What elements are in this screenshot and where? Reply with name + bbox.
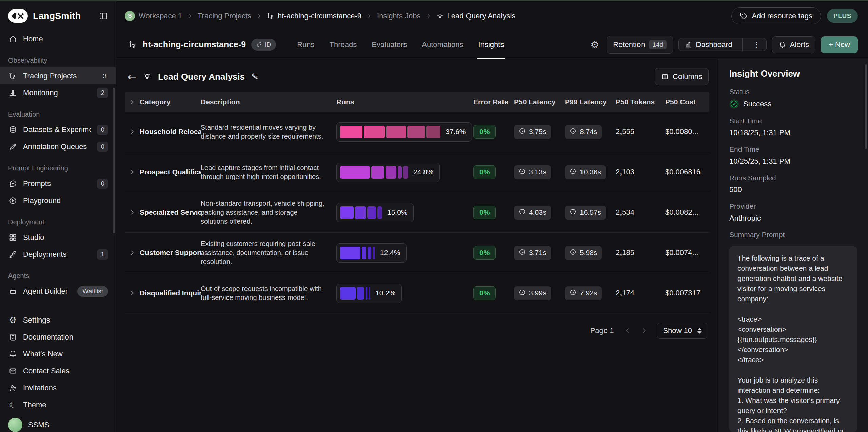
p50-latency-badge-value: 4.03s [529,208,546,217]
column-header-p50-latency: P50 Latency [514,98,565,106]
table-row[interactable]: Customer SupportExisting customers requi… [125,233,709,273]
sidebar-section-label: Deployment [0,209,116,229]
p99-latency-badge-value: 8.74s [580,128,597,136]
columns-label: Columns [673,72,702,81]
table-row[interactable]: Prospect QualificaLead capture stages fr… [125,152,709,192]
runs-percentage: 10.2% [375,289,396,297]
retention-button[interactable]: Retention 14d [607,36,673,54]
p99-latency-badge: 16.57s [565,206,606,220]
home-icon [8,35,17,43]
settings-gear-icon[interactable]: ⚙ [588,39,601,50]
table-row[interactable]: Household RelocaStandard residential mov… [125,112,709,152]
tab-threads[interactable]: Threads [322,30,364,59]
next-page-button[interactable] [638,325,650,336]
edit-pencil-icon[interactable]: ✎ [251,71,259,82]
breadcrumb-insights-jobs[interactable]: Insights Jobs [377,12,420,20]
runs-bar-segment [364,126,385,138]
columns-button[interactable]: Columns [655,68,709,85]
sidebar-item-contact-sales[interactable]: Contact Sales [0,363,116,379]
sidebar-item-datasets-experiments[interactable]: Datasets & Experiments0 [0,121,116,138]
p50-tokens-cell: 2,555 [616,127,665,136]
clock-icon [519,289,526,297]
row-expand-chevron-icon[interactable] [129,249,136,256]
sidebar-item-prompts[interactable]: Prompts0 [0,175,116,192]
sidebar-scrollbar[interactable] [113,88,115,233]
tag-icon [740,12,747,20]
error-rate-badge: 0% [473,246,496,260]
end-time-field: End Time 10/25/25, 1:31 PM [729,145,857,166]
breadcrumb-tracing-projects[interactable]: Tracing Projects [198,12,251,20]
page-size-select[interactable]: Show 10 [657,323,707,339]
breadcrumb-workspace[interactable]: Workspace 1 [139,12,182,20]
prompt-icon [8,180,17,188]
back-arrow-icon[interactable]: ← [127,71,136,82]
topbar: S Workspace 1 Tracing Projects [116,1,868,30]
studio-icon [8,233,17,242]
category-cell: Customer Support [140,249,201,257]
dashboard-menu-button[interactable]: ⋮ [747,38,766,51]
row-expand-chevron-icon[interactable] [129,209,136,216]
row-expand-chevron-icon[interactable] [129,169,136,176]
sidebar-item-settings[interactable]: ⚙Settings [0,312,116,329]
p99-latency-badge: 5.98s [565,246,602,260]
sidebar-item-what-s-new[interactable]: What's New [0,346,116,363]
user-menu[interactable]: SSMS [0,413,116,432]
table-row[interactable]: Disqualified InquirOut-of-scope requests… [125,273,709,313]
table-row[interactable]: Specialized ServicNon-standard transport… [125,192,709,233]
sidebar-item-annotation-queues[interactable]: Annotation Queues0 [0,138,116,155]
p50-latency-badge: 3.13s [514,165,551,179]
sidebar-item-deployments[interactable]: Deployments1 [0,246,116,263]
database-icon [8,126,17,134]
runs-bar-segment [355,206,366,219]
sidebar-section-label: Observability [0,47,116,67]
sidebar-item-tracing-projects[interactable]: Tracing Projects3 [0,67,116,84]
status-value: Success [729,99,857,109]
prev-page-button[interactable] [622,325,633,336]
sidebar-item-invitations[interactable]: Invitations [0,379,116,396]
sidebar-item-home[interactable]: Home [0,30,116,47]
clock-icon [570,249,576,257]
status-field: Status Success [729,88,857,109]
sidebar-item-label: Playground [23,196,108,205]
expand-all-chevron-icon[interactable] [129,99,136,105]
tab-runs[interactable]: Runs [290,30,322,59]
sidebar-item-documentation[interactable]: Documentation [0,329,116,346]
tab-automations[interactable]: Automations [414,30,471,59]
p50-latency-badge: 4.03s [514,206,551,220]
count-badge: 0 [97,125,108,135]
alerts-button[interactable]: Alerts [772,36,815,53]
new-button[interactable]: + New [821,36,858,53]
p99-latency-badge: 10.36s [565,165,606,179]
breadcrumb-insight[interactable]: Lead Query Analysis [436,12,516,20]
tab-insights[interactable]: Insights [471,30,512,59]
sidebar-item-studio[interactable]: Studio [0,229,116,246]
sidebar-item-playground[interactable]: Playground [0,192,116,209]
runs-bar-segment [386,126,406,138]
row-expand-chevron-icon[interactable] [129,128,136,135]
row-expand-chevron-icon[interactable] [129,290,136,296]
sidebar-item-theme[interactable]: ☾Theme [0,396,116,413]
panel-scrollbar[interactable] [865,64,867,149]
sidebar-item-label: Prompts [23,179,91,188]
dashboard-button[interactable]: Dashboard [679,38,738,51]
description-cell: Lead capture stages from initial contact… [201,163,336,181]
table-header: CategoryDescriptionRunsError RateP50 Lat… [125,92,709,112]
success-check-icon [729,99,739,109]
breadcrumb-project[interactable]: ht-aching-circumstance-9 [267,12,361,20]
p50-latency-badge-value: 3.13s [529,168,546,176]
copy-id-button[interactable]: ID [251,39,276,51]
plan-badge[interactable]: PLUS [827,9,858,23]
category-cell: Prospect Qualifica [140,168,201,176]
waitlist-badge: Waitlist [77,286,108,297]
runs-bar: 12.4% [336,243,407,263]
workspace-avatar[interactable]: S [125,11,135,21]
sidebar-item-monitoring[interactable]: Monitoring2 [0,84,116,101]
tab-evaluators[interactable]: Evaluators [364,30,414,59]
dashboard-split-button: Dashboard ⋮ [678,38,767,51]
topbar-right: Add resource tags PLUS [731,7,858,24]
sidebar-collapse-icon[interactable] [99,11,108,21]
runs-bar-segments [340,247,375,259]
add-resource-tags-button[interactable]: Add resource tags [731,7,821,24]
breadcrumb-insight-label: Lead Query Analysis [447,12,516,20]
sidebar-item-agent-builder[interactable]: Agent BuilderWaitlist [0,283,116,300]
